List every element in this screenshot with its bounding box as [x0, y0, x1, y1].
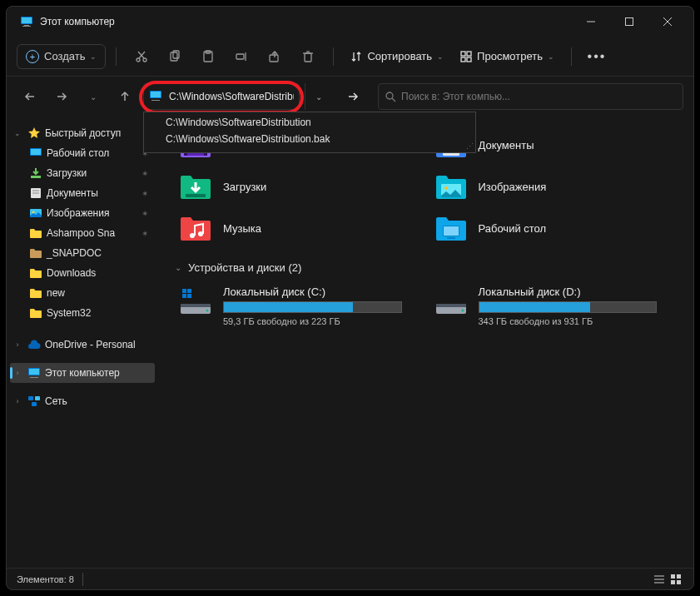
svg-point-54: [444, 186, 448, 190]
pc-icon: [20, 15, 33, 28]
folder-label: Документы: [479, 139, 534, 151]
paste-icon[interactable]: [193, 42, 223, 72]
address-bar[interactable]: [143, 83, 300, 110]
go-button[interactable]: [340, 83, 366, 110]
cut-icon[interactable]: [127, 42, 156, 72]
large-icons-view-icon[interactable]: [668, 572, 683, 587]
svg-point-66: [206, 310, 209, 312]
svg-rect-41: [30, 377, 38, 378]
sidebar-item-label: Рабочий стол: [47, 147, 109, 159]
up-button[interactable]: [112, 83, 138, 110]
svg-rect-62: [182, 294, 186, 298]
folder-item[interactable]: Рабочий стол: [430, 210, 678, 246]
pin-icon: ✶: [141, 209, 153, 218]
folder-item[interactable]: Музыка: [175, 210, 422, 246]
drive-free-text: 343 ГБ свободно из 931 ГБ: [479, 316, 658, 326]
drive-icon: [434, 286, 469, 315]
drive-item[interactable]: Локальный диск (D:)343 ГБ свободно из 93…: [430, 282, 678, 330]
sidebar-label: Этот компьютер: [45, 367, 120, 379]
back-button[interactable]: [17, 83, 43, 110]
cloud-icon: [27, 338, 42, 351]
folder-item[interactable]: Изображения: [430, 168, 678, 205]
sidebar-network[interactable]: › Сеть: [7, 391, 158, 411]
new-button[interactable]: + Создать ⌄: [17, 44, 106, 69]
sidebar-item[interactable]: new: [7, 283, 158, 303]
sidebar-this-pc[interactable]: › Этот компьютер: [10, 363, 155, 383]
close-button[interactable]: [648, 7, 687, 37]
svg-rect-32: [31, 149, 41, 155]
pin-icon: ✶: [141, 229, 153, 238]
drives-section-header[interactable]: ⌄ Устройства и диски (2): [175, 261, 677, 274]
sidebar-item[interactable]: Документы✶: [7, 183, 158, 203]
svg-rect-12: [171, 52, 177, 61]
sort-button[interactable]: Сортировать ⌄: [344, 45, 450, 67]
pin-icon: ✶: [141, 169, 153, 178]
sidebar-item[interactable]: System32: [7, 303, 158, 323]
expand-icon[interactable]: ›: [12, 340, 23, 349]
sidebar-label: Сеть: [45, 395, 67, 407]
svg-rect-63: [187, 294, 191, 298]
maximize-button[interactable]: [610, 7, 648, 37]
share-icon[interactable]: [260, 42, 290, 72]
folder-icon: [28, 246, 43, 260]
details-view-icon[interactable]: [652, 572, 667, 587]
chevron-down-icon: ⌄: [548, 52, 554, 61]
forward-button[interactable]: [48, 83, 75, 110]
new-label: Создать: [44, 50, 85, 62]
svg-point-69: [461, 310, 464, 312]
address-input[interactable]: [169, 91, 294, 102]
sidebar-item[interactable]: Рабочий стол✶: [7, 143, 158, 163]
suggestion-item[interactable]: C:\Windows\SoftwareDistribution.bak: [144, 131, 475, 147]
folder-item[interactable]: Загрузки: [175, 168, 422, 205]
suggestion-item[interactable]: C:\Windows\SoftwareDistribution: [144, 114, 475, 131]
collapse-icon: ⌄: [175, 263, 181, 272]
svg-rect-52: [186, 194, 206, 197]
expand-icon[interactable]: ›: [12, 369, 23, 377]
pics-folder-icon: [434, 171, 469, 201]
music-folder-icon: [178, 213, 213, 243]
svg-rect-33: [31, 176, 41, 178]
svg-rect-27: [151, 92, 161, 97]
svg-rect-16: [236, 54, 244, 59]
drive-free-text: 59,3 ГБ свободно из 223 ГБ: [223, 316, 402, 326]
drive-item[interactable]: Локальный диск (C:)59,3 ГБ свободно из 2…: [175, 282, 422, 330]
sidebar: ⌄ Быстрый доступ Рабочий стол✶Загрузки✶Д…: [7, 117, 158, 568]
svg-rect-76: [677, 580, 681, 584]
sidebar-item[interactable]: Ashampoo Sna✶: [7, 223, 158, 243]
minimize-button[interactable]: [572, 7, 610, 37]
svg-point-29: [386, 92, 393, 99]
rename-icon[interactable]: [226, 42, 256, 72]
expand-icon[interactable]: ›: [12, 397, 23, 405]
search-input[interactable]: Поиск в: Этот компью...: [378, 83, 683, 110]
sidebar-onedrive[interactable]: › OneDrive - Personal: [7, 335, 158, 355]
sidebar-item[interactable]: Изображения✶: [7, 203, 158, 223]
folder-icon: [28, 266, 43, 280]
svg-rect-1: [22, 17, 32, 23]
drive-name: Локальный диск (C:): [223, 286, 402, 298]
sidebar-item[interactable]: Downloads: [7, 263, 158, 283]
svg-rect-59: [447, 237, 455, 239]
sidebar-label: OneDrive - Personal: [45, 339, 136, 350]
sidebar-item[interactable]: Загрузки✶: [7, 163, 158, 183]
copy-icon[interactable]: [160, 42, 190, 72]
sidebar-item[interactable]: _SNAPDOC: [7, 243, 158, 263]
separator: [571, 47, 572, 66]
recent-button[interactable]: ⌄: [80, 83, 107, 110]
more-button[interactable]: •••: [582, 49, 612, 64]
sidebar-item-label: Ashampoo Sna: [47, 227, 115, 239]
sidebar-item-label: Загрузки: [47, 167, 87, 179]
resize-handle[interactable]: ⋰: [466, 142, 474, 151]
network-icon: [27, 395, 42, 408]
drive-capacity-bar: [479, 301, 658, 313]
sidebar-quick-access[interactable]: ⌄ Быстрый доступ: [7, 123, 158, 143]
collapse-icon[interactable]: ⌄: [12, 129, 23, 137]
delete-icon[interactable]: [293, 42, 323, 72]
address-history-button[interactable]: ⌄: [305, 83, 331, 110]
svg-rect-58: [444, 226, 459, 236]
svg-line-11: [138, 52, 144, 58]
svg-rect-43: [35, 396, 40, 400]
search-placeholder: Поиск в: Этот компью...: [401, 91, 510, 102]
view-label: Просмотреть: [477, 50, 543, 62]
folder-icon: [28, 226, 43, 240]
view-button[interactable]: Просмотреть ⌄: [454, 45, 561, 67]
